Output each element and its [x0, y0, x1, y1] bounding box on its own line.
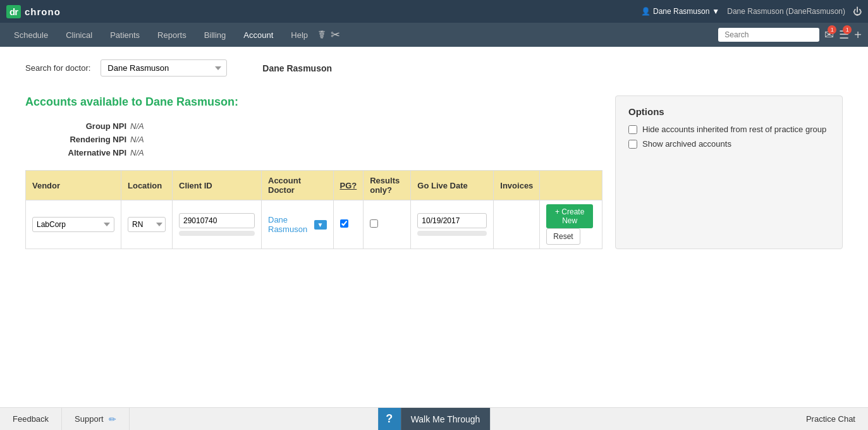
th-account-doctor: Account Doctor — [262, 171, 334, 200]
user-icon: 👤 — [641, 7, 651, 16]
hide-accounts-checkbox[interactable] — [628, 125, 637, 134]
location-select[interactable]: RN — [128, 217, 166, 232]
reset-button[interactable]: Reset — [546, 228, 580, 245]
nav-bar: Schedule Clinical Patients Reports Billi… — [0, 23, 868, 47]
main-content: Search for doctor: Dane Rasmuson Dane Ra… — [0, 47, 868, 262]
show-archived-checkbox[interactable] — [628, 140, 637, 149]
nav-clinical[interactable]: Clinical — [58, 27, 100, 44]
top-bar-right: 👤 Dane Rasmuson ▼ Dane Rasmuson (DaneRas… — [641, 6, 862, 16]
scissors-icon: ✂ — [331, 28, 340, 42]
th-location: Location — [121, 171, 173, 200]
hide-accounts-option: Hide accounts inherited from rest of pra… — [628, 125, 829, 134]
table-row: LabCorp RN — [26, 200, 602, 249]
logo-chrono: chrono — [25, 6, 61, 17]
doctor-select[interactable]: Dane Rasmuson — [101, 59, 227, 77]
top-bar-left: dr chrono — [6, 5, 61, 18]
account-doctor-link[interactable]: Dane Rasmuson ▼ — [268, 215, 327, 234]
th-actions — [540, 171, 602, 200]
nav-billing[interactable]: Billing — [197, 27, 234, 44]
client-id-input[interactable] — [179, 213, 255, 228]
cell-invoices — [494, 200, 540, 249]
th-pg-text: PG? — [340, 181, 357, 190]
cell-vendor: LabCorp — [26, 200, 121, 249]
options-box: Options Hide accounts inherited from res… — [615, 95, 843, 249]
th-results-only: Results only? — [364, 171, 411, 200]
doctor-name-display: Dane Rasmuson — [262, 63, 332, 73]
cell-location: RN — [121, 200, 173, 249]
table-header-row: Vendor Location Client ID Account Doctor… — [26, 171, 602, 200]
nav-account[interactable]: Account — [236, 27, 281, 44]
mail-badge: 1 — [828, 25, 836, 34]
group-npi-value: N/A — [130, 121, 181, 131]
chevron-down-icon: ▼ — [712, 7, 719, 16]
npi-grid: Group NPI N/A Rendering NPI N/A Alternat… — [25, 121, 602, 157]
th-go-live-date: Go Live Date — [411, 171, 494, 200]
nav-patients[interactable]: Patients — [102, 27, 147, 44]
client-id-scrollbar — [179, 231, 255, 236]
nav-reports[interactable]: Reports — [150, 27, 194, 44]
th-vendor: Vendor — [26, 171, 121, 200]
search-input[interactable] — [718, 28, 819, 42]
alternative-npi-label: Alternative NPI — [25, 148, 126, 157]
cell-actions: + Create New Reset — [540, 200, 602, 249]
show-archived-option: Show archived accounts — [628, 139, 829, 149]
th-pg: PG? — [333, 171, 364, 200]
power-icon[interactable]: ⏻ — [853, 6, 862, 16]
add-button[interactable]: + — [854, 28, 862, 42]
rendering-npi-value: N/A — [130, 135, 181, 144]
nav-left: Schedule Clinical Patients Reports Billi… — [6, 27, 340, 44]
accounts-left: Accounts available to Dane Rasmuson: Gro… — [25, 95, 602, 249]
accounts-title: Accounts available to Dane Rasmuson: — [25, 95, 602, 109]
list-badge: 1 — [843, 25, 852, 34]
show-archived-label: Show archived accounts — [642, 139, 731, 149]
accounts-table: Vendor Location Client ID Account Doctor… — [25, 170, 602, 249]
filter-icon[interactable]: ▼ — [314, 220, 327, 230]
caduceus-icon: ☤ — [318, 28, 326, 42]
group-npi-label: Group NPI — [25, 121, 126, 131]
accounts-section: Accounts available to Dane Rasmuson: Gro… — [25, 95, 843, 249]
hide-accounts-label: Hide accounts inherited from rest of pra… — [642, 125, 826, 134]
th-client-id: Client ID — [173, 171, 262, 200]
cell-account-doctor: Dane Rasmuson ▼ — [262, 200, 334, 249]
nav-schedule[interactable]: Schedule — [6, 27, 56, 44]
cell-client-id — [173, 200, 262, 249]
results-only-checkbox[interactable] — [370, 219, 378, 228]
top-bar: dr chrono 👤 Dane Rasmuson ▼ Dane Rasmuso… — [0, 0, 868, 23]
cell-pg — [333, 200, 364, 249]
create-new-button[interactable]: + Create New — [546, 204, 593, 228]
logo-dr: dr — [6, 5, 21, 18]
pg-checkbox[interactable] — [340, 219, 348, 228]
nav-help[interactable]: Help — [283, 27, 315, 44]
user-full-name: Dane Rasmuson (DaneRasmuson) — [727, 7, 845, 16]
nav-icons: ☤ ✂ — [318, 28, 340, 42]
list-button[interactable]: ☰ 1 — [839, 28, 849, 42]
th-invoices: Invoices — [494, 171, 540, 200]
alternative-npi-value: N/A — [130, 148, 181, 157]
user-dropdown[interactable]: 👤 Dane Rasmuson ▼ — [641, 7, 719, 16]
doctor-search-label: Search for doctor: — [25, 63, 90, 73]
go-live-date-input[interactable] — [417, 213, 487, 228]
options-title: Options — [628, 106, 829, 117]
mail-button[interactable]: ✉ 1 — [824, 28, 834, 42]
date-scrollbar — [417, 231, 487, 236]
doctor-search-row: Search for doctor: Dane Rasmuson Dane Ra… — [25, 59, 843, 77]
cell-results-only — [364, 200, 411, 249]
rendering-npi-label: Rendering NPI — [25, 135, 126, 144]
vendor-select[interactable]: LabCorp — [32, 217, 114, 232]
nav-right: ✉ 1 ☰ 1 + — [718, 28, 862, 42]
cell-go-live-date — [411, 200, 494, 249]
